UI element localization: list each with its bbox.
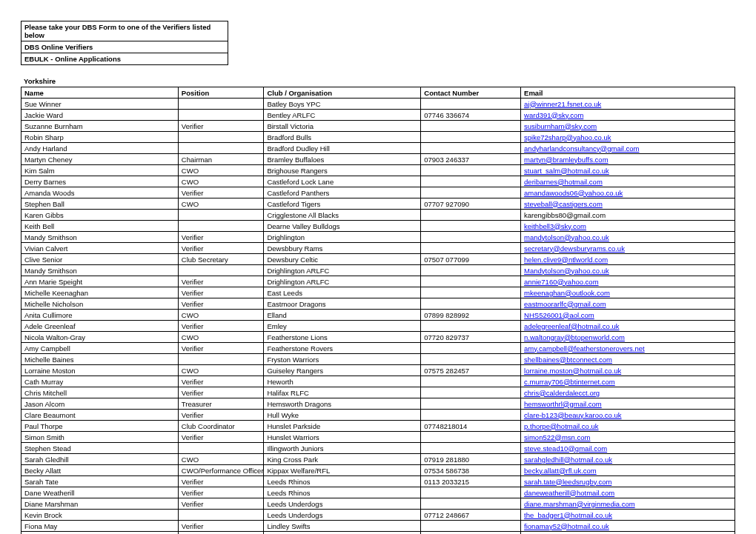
table-row: Karen GibbsCrigglestone All Blackskareng… xyxy=(21,210,735,221)
cell-name: Clive Senior xyxy=(21,254,179,265)
email-link[interactable]: ward391@sky.com xyxy=(524,111,583,119)
email-link[interactable]: p.thorpe@hotmail.co.uk xyxy=(524,422,598,430)
email-link[interactable]: Mandytolson@yahoo.co.uk xyxy=(524,267,609,275)
cell-contact xyxy=(421,121,521,132)
cell-email: p.thorpe@hotmail.co.uk xyxy=(521,421,735,432)
email-link[interactable]: mkeenaghan@outlook.com xyxy=(524,289,610,297)
email-link[interactable]: n.waltongray@btopenworld.com xyxy=(524,333,625,341)
cell-position: Verifier xyxy=(178,187,264,198)
email-link[interactable]: daneweatherill@hotmail.com xyxy=(524,489,614,497)
cell-org: Batley Boys YPC xyxy=(264,99,421,110)
email-link[interactable]: aj@winner21.fsnet.co.uk xyxy=(524,100,601,108)
email-link[interactable]: shellbaines@btconnect.com xyxy=(524,356,612,364)
email-link[interactable]: steveball@castigers.com xyxy=(524,200,603,208)
cell-name: Mandy Smithson xyxy=(21,265,179,276)
info-line: DBS Online Verifiers xyxy=(21,41,228,53)
cell-position xyxy=(178,210,264,221)
email-link[interactable]: amy.campbell@featherstonerovers.net xyxy=(524,344,645,353)
cell-email: stuart_salm@hotmail.co.uk xyxy=(521,165,735,176)
cell-position: Verifier xyxy=(178,521,264,532)
cell-email: chris@calderdalecct.org xyxy=(521,387,735,398)
email-link[interactable]: c.murray706@btinternet.com xyxy=(524,378,615,386)
table-row: Derry BarnesCWOCastleford Lock Lanederib… xyxy=(21,176,735,187)
cell-contact: 0113 2033215 xyxy=(421,476,521,487)
table-row: Kim SalmCWOBrighouse Rangersstuart_salm@… xyxy=(21,165,735,176)
cell-org: Leeds Underdogs xyxy=(264,498,421,510)
email-link[interactable]: becky.allatt@rfl.uk.com xyxy=(524,467,597,475)
email-link[interactable]: hemsworthrl@gmail.com xyxy=(524,400,602,408)
email-link[interactable]: clare-b123@beauy.karoo.co.uk xyxy=(524,411,621,419)
cell-org: Dewsbbury Rams xyxy=(264,243,421,254)
email-link[interactable]: eastmoorarlfc@gmail.com xyxy=(524,300,606,308)
email-link[interactable]: helen.clive9@ntlworld.com xyxy=(524,256,608,264)
table-row: Paul ThorpeClub CoordinatorHunslet Parks… xyxy=(21,421,735,432)
email-link[interactable]: adelegreenleaf@hotmail.co.uk xyxy=(524,322,619,330)
email-link[interactable]: andyharlandconsultancy@gmail.com xyxy=(524,144,639,153)
cell-org: Kippax Welfare/RFL xyxy=(264,465,421,476)
cell-email: NHS526001@aol.com xyxy=(521,310,735,321)
table-row: Lorraine MostonCWOGuiseley Rangers07575 … xyxy=(21,365,735,376)
email-link[interactable]: amandawoods06@yahoo.co.uk xyxy=(524,189,623,197)
cell-position: Club Secretary xyxy=(178,254,264,265)
email-link[interactable]: steve.stead10@gmail.com xyxy=(524,444,607,453)
cell-email: c.murray706@btinternet.com xyxy=(521,376,735,387)
table-row: Chris MitchellVerifierHalifax RLFCchris@… xyxy=(21,387,735,398)
table-row: Clive Senior Club SecretaryDewsbury Celt… xyxy=(21,254,735,265)
cell-position: Verifier xyxy=(178,476,264,487)
cell-contact xyxy=(421,432,521,443)
email-link[interactable]: the_badger1@hotmail.co.uk xyxy=(524,511,612,519)
cell-name: Diane Marshman xyxy=(21,498,179,510)
email-link[interactable]: keithbell3@sky.com xyxy=(524,222,586,230)
info-line: Please take your DBS Form to one of the … xyxy=(21,21,228,41)
cell-email: clare-b123@beauy.karoo.co.uk xyxy=(521,410,735,421)
table-row: Jackie WardBentley ARLFC07746 336674ward… xyxy=(21,110,735,121)
email-link[interactable]: annie7160@yahoo.com xyxy=(524,278,599,286)
email-link[interactable]: sarah.tate@leedsrugby.com xyxy=(524,478,611,486)
email-link[interactable]: NHS526001@aol.com xyxy=(524,311,594,319)
cell-name: Jason Alcorn xyxy=(21,398,179,410)
cell-contact xyxy=(421,443,521,454)
email-link[interactable]: diane.marshman@virginmedia.com xyxy=(524,500,635,508)
cell-position: Chairman xyxy=(178,154,264,165)
cell-name: Jackie Ward xyxy=(21,110,179,121)
col-position: Position xyxy=(178,87,264,99)
cell-position: CWO xyxy=(178,332,264,343)
table-row: Adele GreenleafVerifierEmleyadelegreenle… xyxy=(21,321,735,332)
email-link[interactable]: martyn@bramleybuffs.com xyxy=(524,156,608,164)
cell-email: becky.allatt@rfl.uk.com xyxy=(521,465,735,476)
cell-email: n.waltongray@btopenworld.com xyxy=(521,332,735,343)
email-link[interactable]: chris@calderdalecct.org xyxy=(524,389,600,397)
info-line: EBULK - Online Applications xyxy=(21,53,228,65)
cell-name: Becky Allatt xyxy=(21,465,179,476)
cell-name: Anita Cullimore xyxy=(21,310,179,321)
cell-email: fionamay52@hotmail.co.uk xyxy=(521,521,735,532)
cell-name: Suzanne Burnham xyxy=(21,121,179,132)
table-row: Nicola Walton-GrayCWOFeatherstone Lions0… xyxy=(21,332,735,343)
cell-org: Emley xyxy=(264,321,421,332)
cell-org: Dewsbury Celtic xyxy=(264,254,421,265)
table-row: Simon SmithVerifierHunslet Warriorssimon… xyxy=(21,432,735,443)
cell-email: Mandytolson@yahoo.co.uk xyxy=(521,265,735,276)
email-link[interactable]: stuart_salm@hotmail.co.uk xyxy=(524,167,609,175)
email-link[interactable]: spike72sharp@yahoo.co.uk xyxy=(524,133,611,141)
email-link[interactable]: simon522@msn.com xyxy=(524,433,590,441)
email-link[interactable]: fionamay52@hotmail.co.uk xyxy=(524,522,609,530)
cell-email: adelegreenleaf@hotmail.co.uk xyxy=(521,321,735,332)
cell-name: Michelle Nicholson xyxy=(21,298,179,310)
cell-org: King Cross Park xyxy=(264,454,421,465)
email-link[interactable]: sarahgledhill@hotmail.co.uk xyxy=(524,455,612,464)
email-link[interactable]: susiburnham@sky.com xyxy=(524,122,597,130)
cell-email: annie7160@yahoo.com xyxy=(521,276,735,287)
cell-email: steve.stead10@gmail.com xyxy=(521,443,735,454)
cell-org: Featherstone Rovers xyxy=(264,343,421,354)
cell-name: Cath Murray xyxy=(21,376,179,387)
cell-org: Leeds Rhinos xyxy=(264,487,421,498)
cell-position: Verifier xyxy=(178,298,264,310)
cell-org: Bramley Buffaloes xyxy=(264,154,421,165)
email-link[interactable]: deribarnes@hotmail.com xyxy=(524,178,603,186)
cell-name: Sue Winner xyxy=(21,99,179,110)
email-link[interactable]: mandytolson@yahoo.co.uk xyxy=(524,233,609,241)
email-link[interactable]: secretary@dewsburyrams.co.uk xyxy=(524,244,625,253)
email-link[interactable]: lorraine.moston@hotmail.co.uk xyxy=(524,367,621,375)
cell-position: Verifier xyxy=(178,498,264,510)
